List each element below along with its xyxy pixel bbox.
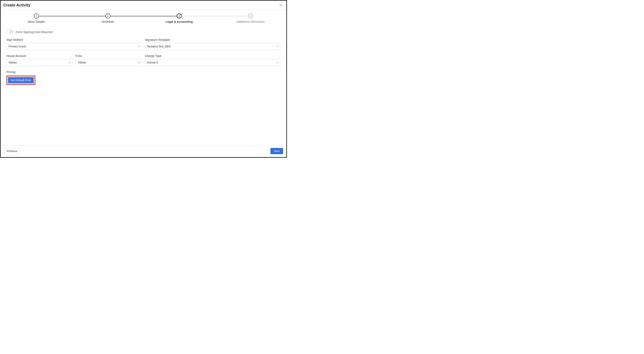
charge-type-group: Charge Type Activity S — [145, 54, 281, 66]
close-icon: ✕ — [279, 3, 282, 7]
close-button[interactable]: ✕ — [278, 3, 284, 7]
signature-template-group: Signature Template Tentative Test_BEO — [145, 38, 281, 50]
next-button[interactable]: Next — [270, 148, 283, 154]
step-schedule[interactable]: 2 Schedule — [72, 13, 144, 23]
folio-select[interactable]: Vibhav — [76, 59, 142, 66]
toggle-knob — [7, 30, 10, 33]
step-label: Additional Information — [215, 20, 286, 23]
charge-type-select[interactable]: Activity S — [145, 59, 281, 66]
chevron-down-icon — [138, 46, 140, 47]
step-number: 3 — [176, 13, 182, 18]
house-account-value: Vibhav — [8, 61, 17, 64]
previous-button[interactable]: Previous — [4, 148, 20, 154]
form-signings-toggle[interactable] — [6, 30, 14, 34]
form-signings-toggle-row: Form Signings Not Required — [6, 30, 280, 34]
chevron-down-icon — [138, 62, 140, 63]
form-body: Form Signings Not Required Sign Method P… — [0, 25, 286, 85]
step-connector — [39, 16, 105, 16]
sign-method-label: Sign Method — [6, 38, 142, 41]
stepper: 1 Basic Details 2 Schedule 3 Legal & Acc… — [0, 10, 286, 25]
chevron-down-icon — [276, 46, 278, 47]
sign-method-value: Primary Guest — [8, 45, 26, 48]
charge-type-label: Charge Type — [145, 54, 281, 57]
step-additional-info[interactable]: 4 Additional Information — [215, 13, 286, 23]
house-account-label: House Account — [6, 54, 73, 57]
house-account-select[interactable]: Vibhav — [6, 59, 73, 66]
step-number: 2 — [105, 13, 110, 18]
chevron-down-icon — [276, 62, 278, 63]
step-number: 1 — [34, 13, 39, 18]
step-label: Schedule — [72, 20, 144, 23]
folio-group: Folio Vibhav — [76, 54, 142, 66]
house-account-group: House Account Vibhav — [6, 54, 73, 66]
form-signings-label: Form Signings Not Required — [16, 30, 52, 33]
chevron-down-icon — [69, 62, 71, 63]
signature-template-value: Tentative Test_BEO — [147, 45, 171, 48]
sign-method-select[interactable]: Primary Guest — [6, 43, 142, 50]
sign-method-group: Sign Method Primary Guest — [6, 38, 142, 50]
step-label: Basic Details — [0, 20, 72, 23]
pricing-label: Pricing — [6, 70, 280, 74]
signature-template-label: Signature Template — [145, 38, 281, 41]
step-legal-accounting[interactable]: 3 Legal & Accounting — [144, 13, 215, 23]
step-connector — [110, 16, 177, 16]
folio-value: Vibhav — [78, 61, 86, 64]
step-connector — [182, 16, 248, 16]
folio-label: Folio — [76, 54, 142, 57]
modal-title: Create Activity — [3, 3, 30, 7]
step-basic-details[interactable]: 1 Basic Details — [0, 13, 72, 23]
pricing-section: Pricing Set Default Price — [6, 70, 280, 85]
step-label: Legal & Accounting — [144, 20, 215, 23]
step-number: 4 — [248, 13, 253, 18]
highlight-annotation: Set Default Price — [6, 75, 35, 85]
set-default-price-button[interactable]: Set Default Price — [8, 77, 34, 83]
signature-template-select[interactable]: Tentative Test_BEO — [145, 43, 281, 50]
modal-footer: Previous Next — [1, 145, 286, 156]
modal-header: Create Activity ✕ — [0, 0, 286, 10]
charge-type-value: Activity S — [147, 61, 158, 64]
